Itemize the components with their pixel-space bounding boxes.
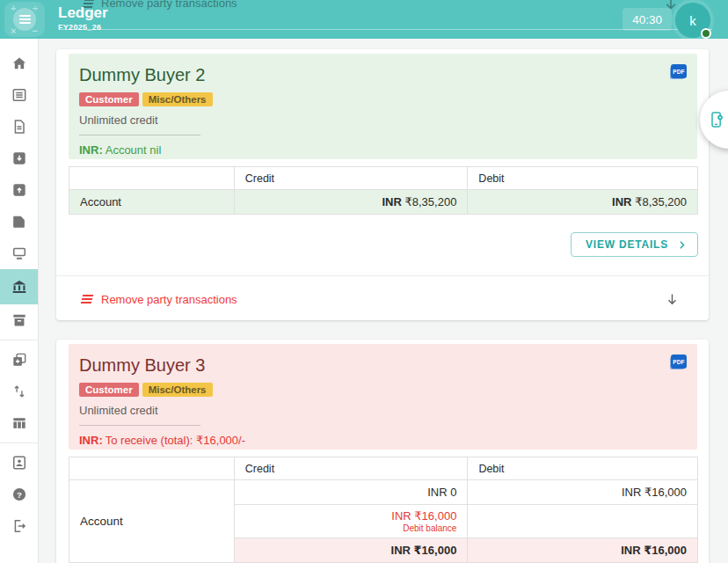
menu-button[interactable]: + ÷ × − bbox=[4, 2, 45, 37]
debit-header: Debit bbox=[468, 457, 698, 480]
hamburger-icon bbox=[13, 8, 36, 31]
pdf-export-button[interactable]: PDF bbox=[671, 355, 687, 369]
view-details-row: VIEW DETAILS bbox=[67, 232, 698, 257]
sidebar-item-transactions[interactable] bbox=[0, 79, 38, 111]
account-label: Account bbox=[69, 480, 235, 563]
help-icon: ? bbox=[11, 486, 28, 503]
category-badge: Misc/Others bbox=[142, 92, 213, 106]
account-table-buyer3: Credit Debit Account INR 0 INR ₹16,000 I… bbox=[69, 457, 698, 563]
avatar[interactable]: k bbox=[675, 3, 710, 38]
pdf-export-button[interactable]: PDF bbox=[671, 64, 687, 78]
sidebar-item-transfer[interactable] bbox=[0, 376, 38, 407]
credit-balance-cell: INR ₹16,000 Debit balance bbox=[234, 505, 468, 538]
party-card-buyer2: Dummy Buyer 2 Customer Misc/Others Unlim… bbox=[56, 49, 709, 320]
badge-row: Customer Misc/Others bbox=[79, 383, 685, 397]
table-row-account: Account INR ₹8,35,200 INR ₹8,35,200 bbox=[69, 190, 698, 215]
party-name: Dummy Buyer 3 bbox=[79, 355, 685, 376]
debit-value-cell: INR ₹16,000 bbox=[468, 480, 698, 505]
debit-value-cell: INR ₹8,35,200 bbox=[468, 190, 698, 215]
sidebar-nav: ? bbox=[0, 39, 39, 563]
credit-header: Credit bbox=[234, 457, 468, 480]
main-content: Dummy Buyer 2 Customer Misc/Others Unlim… bbox=[39, 39, 728, 563]
sidebar-item-logout[interactable] bbox=[0, 510, 38, 542]
ghost-divider bbox=[60, 29, 712, 30]
archive-box-icon bbox=[11, 311, 28, 329]
credit-total-cell: INR ₹16,000 bbox=[234, 538, 468, 563]
sidebar-item-reports[interactable] bbox=[0, 407, 38, 439]
empty-header-cell bbox=[69, 167, 235, 190]
sidebar-item-inventory[interactable] bbox=[0, 304, 38, 336]
badge-row: Customer Misc/Others bbox=[79, 92, 685, 106]
sidebar-item-files[interactable] bbox=[0, 206, 38, 238]
file-filled-icon bbox=[11, 213, 28, 230]
remove-lines-icon bbox=[81, 295, 93, 303]
table-row-opening: Account INR 0 INR ₹16,000 bbox=[69, 480, 698, 505]
sidebar-item-pos[interactable] bbox=[0, 238, 38, 269]
avatar-initial: k bbox=[689, 13, 696, 28]
summary-divider bbox=[79, 425, 200, 426]
sidebar-divider bbox=[0, 442, 38, 443]
currency-prefix: INR: bbox=[79, 434, 103, 447]
table-header-row: Credit Debit bbox=[69, 457, 698, 480]
balance-line: INR:Account nil bbox=[79, 143, 685, 157]
page-title: Ledger bbox=[58, 4, 108, 22]
view-details-label: VIEW DETAILS bbox=[586, 238, 668, 251]
sidebar-item-home[interactable] bbox=[0, 48, 38, 79]
customer-badge: Customer bbox=[79, 92, 139, 106]
sidebar-item-help[interactable]: ? bbox=[0, 479, 38, 510]
phone-settings-icon bbox=[708, 111, 725, 128]
credit-header: Credit bbox=[234, 167, 468, 190]
party-name: Dummy Buyer 2 bbox=[79, 65, 685, 85]
debit-empty-cell bbox=[468, 505, 698, 538]
online-status-dot bbox=[701, 28, 711, 39]
ghost-remove-label: Remove party transactions bbox=[101, 0, 237, 10]
account-label: Account bbox=[69, 190, 235, 215]
swap-vertical-icon bbox=[11, 383, 28, 400]
fiscal-year-label: FY2025_26 bbox=[58, 23, 101, 32]
square-arrow-up-icon bbox=[11, 181, 28, 199]
expand-down-arrow-icon[interactable] bbox=[664, 291, 681, 308]
empty-header-cell bbox=[69, 457, 235, 480]
view-details-button[interactable]: VIEW DETAILS bbox=[571, 232, 698, 257]
party-card-buyer3: Dummy Buyer 3 Customer Misc/Others Unlim… bbox=[56, 340, 709, 563]
add-copy-icon bbox=[11, 351, 28, 369]
credit-value-cell: INR 0 bbox=[234, 480, 468, 505]
sidebar-item-add-new[interactable] bbox=[0, 344, 38, 376]
credit-limit-note: Unlimited credit bbox=[79, 113, 685, 127]
document-icon bbox=[11, 118, 28, 135]
table-header-row: Credit Debit bbox=[69, 167, 698, 190]
chevron-right-icon bbox=[676, 239, 688, 251]
credit-value-cell: INR ₹8,35,200 bbox=[234, 190, 468, 215]
sidebar-divider bbox=[0, 340, 38, 340]
category-badge: Misc/Others bbox=[142, 383, 213, 397]
svg-text:?: ? bbox=[17, 490, 22, 500]
debit-balance-note: Debit balance bbox=[245, 523, 457, 533]
table-columns-icon bbox=[11, 414, 28, 432]
sidebar-item-documents[interactable] bbox=[0, 111, 38, 143]
home-icon bbox=[11, 55, 28, 72]
remove-label: Remove party transactions bbox=[101, 293, 237, 306]
balance-text: Account nil bbox=[106, 143, 162, 157]
party-summary-buyer3: Dummy Buyer 3 Customer Misc/Others Unlim… bbox=[69, 344, 697, 450]
currency-prefix: INR: bbox=[79, 143, 103, 157]
party-summary-buyer2: Dummy Buyer 2 Customer Misc/Others Unlim… bbox=[69, 54, 697, 159]
app-header: Remove party transactions + ÷ × − Ledger… bbox=[0, 0, 728, 39]
credit-limit-note: Unlimited credit bbox=[79, 404, 685, 417]
summary-divider bbox=[79, 135, 200, 135]
remove-party-transactions-link[interactable]: Remove party transactions bbox=[56, 276, 709, 322]
square-arrow-down-icon bbox=[11, 150, 28, 167]
printer-icon bbox=[11, 245, 28, 262]
bank-icon bbox=[11, 278, 28, 296]
account-table-buyer2: Credit Debit Account INR ₹8,35,200 INR ₹… bbox=[69, 166, 698, 215]
balance-line: INR:To receive (total): ₹16,000/- bbox=[79, 434, 685, 447]
balance-text: To receive (total): ₹16,000/- bbox=[106, 434, 245, 447]
sidebar-item-contacts[interactable] bbox=[0, 447, 38, 479]
sidebar-item-pay[interactable] bbox=[0, 174, 38, 206]
logout-icon bbox=[11, 517, 28, 535]
customer-badge: Customer bbox=[79, 383, 139, 397]
sidebar-item-receive[interactable] bbox=[0, 143, 38, 174]
receipt-list-icon bbox=[11, 86, 28, 104]
contact-badge-icon bbox=[11, 454, 28, 472]
sidebar-item-ledger-active[interactable] bbox=[0, 269, 38, 304]
debit-header: Debit bbox=[468, 167, 698, 190]
